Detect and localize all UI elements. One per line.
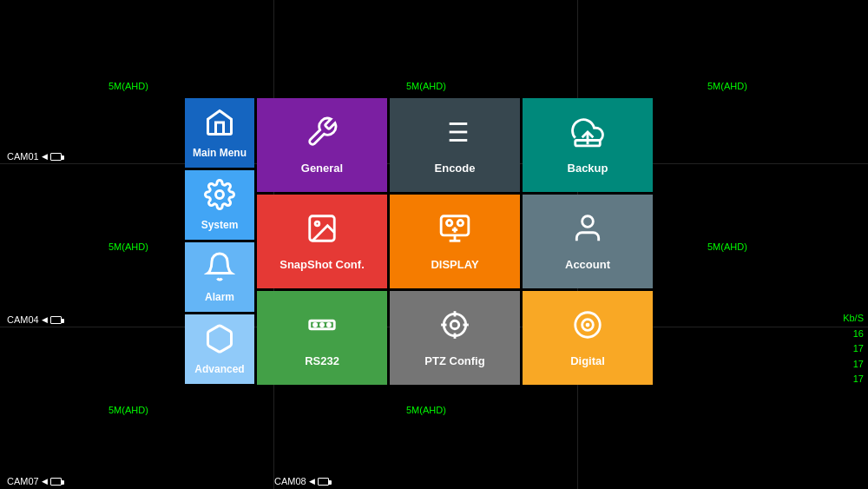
svg-point-20 [327, 323, 330, 326]
sidebar-advanced-label: Advanced [194, 363, 244, 375]
resolution-bot-left: 5M(AHD) [108, 405, 148, 415]
grid-digital-label: Digital [570, 354, 605, 367]
cam07-label: CAM07 ◀ [7, 476, 62, 486]
resolution-mid-left: 5M(AHD) [108, 241, 148, 252]
grid-item-digital[interactable]: Digital [523, 291, 653, 385]
grid-ptz-label: PTZ Config [424, 354, 484, 367]
image-icon [306, 212, 339, 251]
resolution-top-center: 5M(AHD) [406, 81, 446, 91]
grid-snapshot-label: SnapShot Conf. [279, 258, 365, 271]
grid-backup-label: Backup [568, 162, 608, 175]
svg-point-19 [320, 323, 323, 326]
grid-menu: General Encode [257, 98, 653, 385]
grid-item-encode[interactable]: Encode [390, 98, 520, 192]
rs232-icon [306, 308, 339, 347]
cam04-label: CAM04 ◀ [7, 314, 62, 325]
grid-general-label: General [301, 162, 343, 175]
svg-point-15 [457, 221, 463, 226]
stats-val-4: 17 [843, 372, 864, 387]
camera-circle-icon [571, 308, 604, 347]
grid-item-account[interactable]: Account [523, 195, 653, 288]
resolution-top-left: 5M(AHD) [108, 81, 148, 91]
svg-point-22 [450, 320, 459, 329]
stats-label: Kb/S [843, 311, 864, 327]
grid-item-rs232[interactable]: RS232 [257, 291, 387, 385]
grid-item-backup[interactable]: Backup [523, 98, 653, 192]
grid-item-snapshot[interactable]: SnapShot Conf. [257, 195, 387, 288]
resolution-top-right: 5M(AHD) [707, 81, 747, 91]
gear-icon [204, 179, 235, 215]
svg-point-29 [586, 323, 590, 327]
display-icon [438, 212, 471, 251]
bell-icon [204, 251, 235, 287]
sidebar-alarm-label: Alarm [205, 291, 234, 303]
list-icon [438, 116, 471, 155]
svg-point-0 [216, 191, 224, 199]
grid-encode-label: Encode [435, 162, 476, 175]
resolution-bot-center: 5M(AHD) [406, 405, 446, 415]
upload-icon [571, 116, 604, 155]
sidebar-item-advanced[interactable]: Advanced [185, 314, 254, 384]
sidebar-system-label: System [201, 219, 239, 231]
stats-val-3: 17 [843, 357, 864, 373]
home-icon [204, 107, 235, 143]
wrench-icon [306, 116, 339, 155]
target-icon [438, 308, 471, 347]
grid-item-ptz-config[interactable]: PTZ Config [390, 291, 520, 385]
grid-item-display[interactable]: DISPLAY [390, 195, 520, 288]
grid-item-general[interactable]: General [257, 98, 387, 192]
svg-point-16 [582, 216, 594, 228]
stats-val-2: 17 [843, 341, 864, 357]
sidebar: Main Menu System Alarm [185, 98, 254, 385]
svg-point-18 [314, 323, 317, 326]
cam01-label: CAM01 ◀ [7, 151, 62, 162]
resolution-mid-right: 5M(AHD) [707, 241, 747, 252]
sidebar-item-system[interactable]: System [185, 170, 254, 240]
user-icon [571, 212, 604, 251]
grid-account-label: Account [565, 258, 610, 271]
sidebar-main-menu-label: Main Menu [193, 147, 247, 159]
menu-overlay: Main Menu System Alarm [185, 98, 653, 385]
box-icon [204, 323, 235, 360]
grid-display-label: DISPLAY [431, 258, 478, 271]
grid-rs232-label: RS232 [305, 354, 339, 367]
stats-box: Kb/S 16 17 17 17 [843, 311, 864, 387]
stats-val-1: 16 [843, 327, 864, 342]
sidebar-item-alarm[interactable]: Alarm [185, 242, 254, 312]
svg-point-10 [315, 221, 319, 226]
svg-point-21 [444, 314, 465, 335]
cam08-label: CAM08 ◀ [274, 476, 329, 486]
sidebar-item-main-menu[interactable]: Main Menu [185, 98, 254, 168]
svg-point-14 [447, 221, 452, 226]
